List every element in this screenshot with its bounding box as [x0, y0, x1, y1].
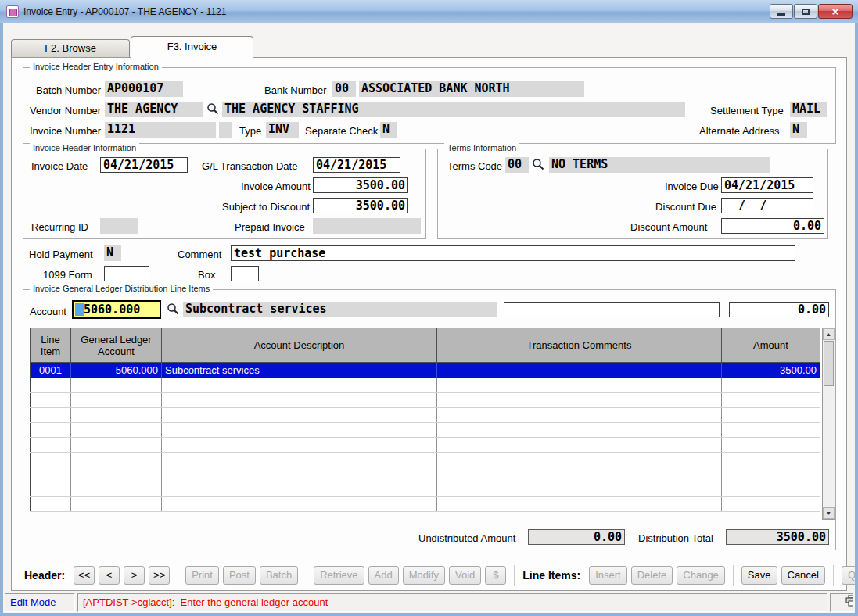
distribution-table: Line ItemGeneral Ledger AccountAccount D… — [30, 328, 820, 512]
terms-name-field: NO TERMS — [549, 157, 770, 173]
batch-button[interactable]: Batch — [260, 566, 298, 585]
account-comment-field[interactable] — [504, 302, 720, 317]
insert-button[interactable]: Insert — [589, 566, 627, 585]
last-record-button[interactable]: >> — [149, 566, 170, 585]
quit-button[interactable]: Quit — [842, 566, 855, 585]
table-cell — [71, 423, 162, 438]
save-button[interactable]: Save — [741, 566, 777, 585]
scrollbar-thumb[interactable] — [824, 341, 834, 386]
change-button[interactable]: Change — [677, 566, 725, 585]
table-cell — [162, 482, 437, 497]
table-row-empty[interactable] — [31, 467, 820, 482]
subject-to-discount-field[interactable]: 3500.00 — [313, 198, 408, 213]
separate-check-field: N — [380, 122, 397, 138]
terms-search-icon[interactable] — [531, 157, 545, 171]
print-status-button[interactable] — [830, 593, 853, 612]
table-cell — [31, 378, 71, 393]
cancel-button[interactable]: Cancel — [781, 566, 825, 585]
scroll-up-button[interactable]: ▲ — [823, 328, 835, 340]
invoice-date-field[interactable]: 04/21/2015 — [100, 157, 188, 173]
table-cell: 5060.000 — [71, 363, 162, 378]
table-cell — [71, 482, 162, 497]
table-row-empty[interactable] — [31, 482, 820, 497]
box-label: Box — [198, 269, 215, 281]
table-cell — [722, 378, 820, 393]
minimize-icon — [777, 13, 785, 16]
minimize-button[interactable] — [770, 4, 793, 19]
header-info-group: Invoice Header Information Invoice Date … — [23, 149, 426, 239]
app-icon — [6, 5, 19, 18]
prepaid-invoice-label: Prepaid Invoice — [235, 221, 305, 233]
dollar-button[interactable]: $ — [485, 566, 506, 585]
invoice-due-field[interactable]: 04/21/2015 — [721, 177, 813, 193]
table-row-empty[interactable] — [31, 438, 820, 453]
invoice-number-label: Invoice Number — [30, 125, 101, 137]
toolbar: Header: << < > >> Print Post Batch Retri… — [12, 561, 846, 589]
column-header: Transaction Comments — [437, 328, 722, 363]
table-cell — [71, 467, 162, 482]
table-cell — [722, 393, 820, 408]
account-search-icon[interactable] — [166, 302, 180, 316]
header-section-label: Header: — [24, 569, 65, 582]
tab-invoice[interactable]: F3. Invoice — [131, 36, 253, 58]
table-row-empty[interactable] — [31, 378, 820, 393]
table-row-empty[interactable] — [31, 423, 820, 438]
vendor-search-icon[interactable] — [206, 102, 220, 116]
table-row[interactable]: 00015060.000Subcontract services3500.00 — [31, 363, 820, 378]
delete-button[interactable]: Delete — [631, 566, 673, 585]
account-field[interactable]: 5060.000 — [72, 300, 161, 319]
table-cell — [437, 408, 722, 423]
gl-transaction-date-field[interactable]: 04/21/2015 — [313, 157, 400, 173]
table-cell — [437, 497, 722, 512]
discount-amount-field[interactable]: 0.00 — [721, 218, 824, 234]
table-cell: 0001 — [31, 363, 71, 378]
group-title: Invoice Header Information — [30, 143, 139, 152]
add-button[interactable]: Add — [368, 566, 399, 585]
modify-button[interactable]: Modify — [403, 566, 445, 585]
invoice-date-label: Invoice Date — [31, 160, 88, 172]
group-title: Terms Information — [444, 143, 519, 152]
first-record-button[interactable]: << — [74, 566, 95, 585]
account-amount-field[interactable]: 0.00 — [729, 302, 829, 317]
table-cell — [71, 378, 162, 393]
distribution-table-header-row: Line ItemGeneral Ledger AccountAccount D… — [31, 328, 820, 363]
invoice-number-aux-field — [219, 122, 232, 138]
type-label: Type — [239, 125, 261, 137]
post-button[interactable]: Post — [223, 566, 256, 585]
table-row-empty[interactable] — [31, 453, 820, 467]
column-header: Account Description — [162, 328, 437, 363]
table-cell — [31, 482, 71, 497]
recurring-id-field — [100, 218, 138, 234]
distribution-total-field: 3500.00 — [726, 529, 829, 545]
tab-browse[interactable]: F2. Browse — [11, 39, 130, 57]
table-cell — [31, 453, 71, 467]
invoice-panel: Invoice Header Entry Information Batch N… — [11, 57, 847, 591]
box-field[interactable] — [231, 266, 259, 281]
table-row-empty[interactable] — [31, 408, 820, 423]
close-button[interactable]: × — [818, 4, 853, 19]
scroll-down-button[interactable]: ▼ — [823, 507, 835, 519]
distribution-table-body: 00015060.000Subcontract services3500.00 — [31, 363, 820, 512]
table-cell — [31, 497, 71, 512]
comment-field[interactable]: test purchase — [231, 245, 795, 261]
undistributed-amount-field: 0.00 — [528, 529, 625, 545]
table-row-empty[interactable] — [31, 497, 820, 512]
table-scrollbar[interactable]: ▲ ▼ — [822, 328, 835, 520]
subject-to-discount-label: Subject to Discount — [222, 201, 310, 213]
account-value: 5060.000 — [84, 303, 140, 317]
form-1099-field[interactable] — [104, 266, 149, 281]
maximize-button[interactable] — [794, 4, 817, 19]
next-record-button[interactable]: > — [124, 566, 145, 585]
separate-check-label: Separate Check — [305, 125, 378, 137]
table-cell — [162, 438, 437, 453]
table-row-empty[interactable] — [31, 393, 820, 408]
table-cell — [437, 423, 722, 438]
previous-record-button[interactable]: < — [99, 566, 120, 585]
discount-due-field[interactable]: / / — [721, 198, 813, 213]
void-button[interactable]: Void — [449, 566, 481, 585]
batch-number-field: AP000107 — [105, 81, 183, 97]
retrieve-button[interactable]: Retrieve — [314, 566, 364, 585]
status-bar: Edit Mode [APTDIST->cglacct]: Enter the … — [5, 593, 853, 612]
print-button[interactable]: Print — [185, 566, 219, 585]
invoice-amount-field[interactable]: 3500.00 — [313, 177, 408, 193]
